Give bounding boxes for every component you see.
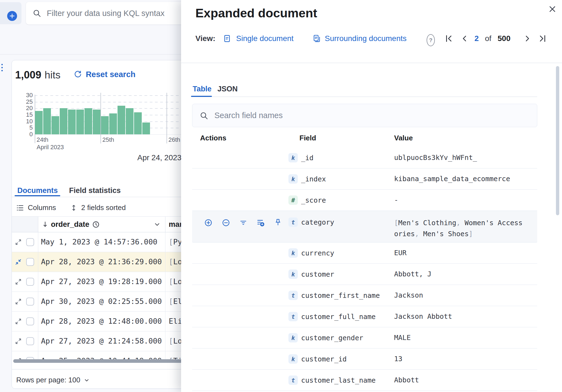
row-checkbox[interactable] bbox=[26, 317, 34, 325]
field-header: Field bbox=[299, 134, 316, 142]
first-page-icon[interactable] bbox=[444, 32, 454, 45]
row-checkbox[interactable] bbox=[26, 337, 34, 345]
order-date-column-label: order_date bbox=[51, 220, 89, 229]
row-checkbox[interactable] bbox=[26, 258, 34, 266]
histogram-bar[interactable] bbox=[43, 108, 51, 134]
tab-documents[interactable]: Documents bbox=[17, 186, 58, 195]
sort-icon bbox=[70, 204, 77, 211]
field-row: t customer_first_name Jackson bbox=[192, 285, 537, 306]
histogram-bar[interactable] bbox=[126, 108, 133, 134]
histogram-bar[interactable] bbox=[60, 108, 67, 134]
expand-document-icon[interactable] bbox=[15, 239, 21, 245]
filter-field-icon[interactable] bbox=[239, 219, 247, 227]
row-controls bbox=[12, 351, 38, 360]
fields-table: k _id ublpuocBs3kYv_hWFnt_ k _index kiba… bbox=[192, 147, 537, 391]
order-date-cell: Apr 27, 2023 @ 21:24:58.000 bbox=[38, 331, 165, 351]
columns-button[interactable]: Columns bbox=[16, 203, 56, 212]
field-name: currency bbox=[301, 249, 334, 257]
field-row: # _score - bbox=[192, 190, 537, 211]
search-icon bbox=[32, 9, 41, 18]
close-icon[interactable] bbox=[548, 5, 556, 13]
histogram-bar[interactable] bbox=[101, 116, 109, 134]
flyout-active-tab-underline bbox=[191, 96, 212, 97]
resize-handle-icon[interactable] bbox=[0, 64, 3, 71]
y-axis-label: 0 bbox=[20, 131, 33, 138]
columns-icon bbox=[16, 204, 24, 212]
view-label: View: bbox=[195, 32, 215, 45]
tab-json[interactable]: JSON bbox=[217, 85, 238, 93]
field-cell: k customer bbox=[288, 270, 394, 279]
order-date-cell: Apr 27, 2023 @ 19:28:19.000 bbox=[38, 272, 165, 292]
toggle-column-icon[interactable] bbox=[257, 219, 265, 227]
vertical-scrollbar[interactable] bbox=[556, 66, 559, 215]
filter-out-value-icon[interactable] bbox=[222, 219, 230, 227]
filter-for-value-icon[interactable] bbox=[204, 219, 212, 227]
histogram-bar[interactable] bbox=[109, 113, 117, 134]
page-of-label: of bbox=[485, 32, 491, 45]
field-row: k _index kibana_sample_data_ecommerce bbox=[192, 168, 537, 190]
order-date-cell: Apr 25, 2023 @ 10:44:19.000 bbox=[38, 351, 165, 360]
field-type-badge: # bbox=[288, 195, 298, 205]
expand-document-icon[interactable] bbox=[15, 338, 21, 344]
clock-icon bbox=[92, 221, 100, 228]
row-controls bbox=[12, 331, 38, 351]
histogram-bar[interactable] bbox=[93, 110, 100, 134]
field-value: EUR bbox=[394, 247, 526, 258]
previous-page-icon[interactable] bbox=[460, 32, 469, 45]
histogram-bar[interactable] bbox=[134, 112, 142, 135]
chevron-down-icon bbox=[84, 377, 90, 383]
rows-per-page-label: Rows per page: 100 bbox=[16, 376, 80, 384]
histogram-bar[interactable] bbox=[76, 110, 84, 134]
histogram-bar[interactable] bbox=[35, 111, 43, 134]
field-value: kibana_sample_data_ecommerce bbox=[394, 173, 526, 184]
fields-table-header: Actions Field Value bbox=[192, 134, 537, 147]
field-cell: # _score bbox=[288, 195, 394, 205]
collapse-document-icon[interactable] bbox=[15, 259, 21, 265]
row-controls bbox=[12, 232, 38, 252]
y-axis-label: 25 bbox=[20, 98, 33, 105]
surrounding-documents-link[interactable]: Surrounding documents bbox=[325, 32, 407, 45]
field-cell: k currency bbox=[288, 248, 394, 258]
add-filter-button[interactable] bbox=[0, 2, 21, 24]
sorted-fields-label: 2 fields sorted bbox=[81, 203, 126, 212]
last-page-icon[interactable] bbox=[538, 32, 547, 45]
single-document-icon bbox=[223, 32, 231, 45]
histogram-bar[interactable] bbox=[51, 116, 59, 134]
grid-header-order-date[interactable]: order_date bbox=[38, 217, 165, 232]
single-document-link[interactable]: Single document bbox=[236, 32, 294, 45]
grid-header-control-cell bbox=[12, 217, 38, 232]
row-checkbox[interactable] bbox=[26, 238, 34, 246]
field-type-badge: k bbox=[288, 174, 298, 184]
rows-per-page-button[interactable]: Rows per page: 100 bbox=[16, 376, 90, 384]
histogram-bar[interactable] bbox=[142, 122, 150, 134]
field-cell: t customer_last_name bbox=[288, 375, 394, 385]
histogram-bar[interactable] bbox=[118, 106, 125, 134]
tab-field-statistics[interactable]: Field statistics bbox=[69, 186, 121, 195]
expand-document-icon[interactable] bbox=[15, 279, 21, 285]
help-icon[interactable]: ? bbox=[427, 34, 435, 46]
tab-table[interactable]: Table bbox=[193, 85, 212, 93]
next-page-icon[interactable] bbox=[523, 32, 532, 45]
field-name: _index bbox=[301, 175, 326, 183]
x-axis-label: 26th bbox=[168, 136, 180, 143]
field-row: k customer Abbott, J bbox=[192, 264, 537, 285]
sorted-fields-button[interactable]: 2 fields sorted bbox=[70, 203, 126, 212]
flyout-title: Expanded document bbox=[195, 6, 317, 20]
pin-field-icon[interactable] bbox=[274, 219, 282, 227]
histogram-bar[interactable] bbox=[84, 108, 92, 134]
expand-document-icon[interactable] bbox=[15, 318, 21, 325]
field-cell: t customer_first_name bbox=[288, 291, 394, 300]
chevron-down-icon[interactable] bbox=[154, 221, 161, 228]
row-controls bbox=[12, 292, 38, 311]
current-page-number[interactable]: 2 bbox=[474, 32, 479, 45]
row-checkbox[interactable] bbox=[26, 298, 34, 306]
order-date-cell: Apr 28, 2023 @ 21:36:29.000 bbox=[38, 252, 165, 272]
row-checkbox[interactable] bbox=[26, 278, 34, 286]
expand-document-icon[interactable] bbox=[15, 298, 21, 305]
y-axis-label: 30 bbox=[20, 92, 33, 99]
field-cell: t customer_full_name bbox=[288, 312, 394, 321]
x-axis bbox=[35, 134, 203, 135]
field-search-input[interactable]: Search field names bbox=[192, 104, 537, 127]
order-date-cell: Apr 28, 2023 @ 12:48:00.000 bbox=[38, 312, 165, 331]
histogram-bar[interactable] bbox=[68, 110, 76, 134]
